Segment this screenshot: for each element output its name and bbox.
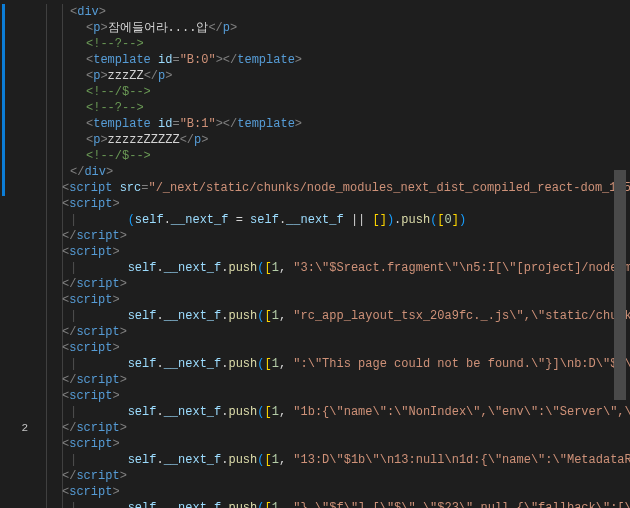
code-line[interactable]: | self.__next_f.push([1, "1b:{\"name\":\… <box>46 404 630 420</box>
code-line[interactable]: </div> <box>46 164 630 180</box>
code-line[interactable]: <script> <box>46 244 630 260</box>
code-line[interactable]: </script> <box>46 276 630 292</box>
code-line[interactable]: | (self.__next_f = self.__next_f || []).… <box>46 212 630 228</box>
line-number <box>0 308 42 324</box>
line-number <box>0 484 42 500</box>
code-line[interactable]: <script> <box>46 292 630 308</box>
line-number <box>0 196 42 212</box>
line-number-gutter: 2 <box>0 0 42 508</box>
code-line[interactable]: | self.__next_f.push([1, "13:D\"$1b\"\n1… <box>46 452 630 468</box>
code-line[interactable]: <!--?--> <box>46 36 630 52</box>
code-line[interactable]: <div> <box>46 4 630 20</box>
line-number <box>0 356 42 372</box>
code-line[interactable]: | self.__next_f.push([1, "rc_app_layout_… <box>46 308 630 324</box>
line-number <box>0 452 42 468</box>
code-line[interactable]: | self.__next_f.push([1, "3:\"$Sreact.fr… <box>46 260 630 276</box>
line-number-current: 2 <box>0 420 42 436</box>
line-number <box>0 324 42 340</box>
line-number <box>0 20 42 36</box>
code-content[interactable]: <div> <p>잠에들어라....압</p> <!--?--> <templa… <box>42 0 630 508</box>
line-number <box>0 116 42 132</box>
code-line[interactable]: <script> <box>46 484 630 500</box>
line-number <box>0 164 42 180</box>
code-line[interactable]: <p>zzzZZ</p> <box>46 68 630 84</box>
line-number <box>0 36 42 52</box>
code-line[interactable]: <template id="B:1"></template> <box>46 116 630 132</box>
line-number <box>0 388 42 404</box>
line-number <box>0 68 42 84</box>
code-line[interactable]: <p>zzzzzZZZZZ</p> <box>46 132 630 148</box>
line-number <box>0 100 42 116</box>
line-number <box>0 4 42 20</box>
code-line[interactable]: <p>잠에들어라....압</p> <box>46 20 630 36</box>
code-line[interactable]: <script> <box>46 388 630 404</box>
vertical-scrollbar[interactable] <box>614 170 626 400</box>
code-line[interactable]: </script> <box>46 228 630 244</box>
line-number <box>0 148 42 164</box>
code-line[interactable]: </script> <box>46 372 630 388</box>
line-number <box>0 212 42 228</box>
line-number <box>0 260 42 276</box>
line-number <box>0 180 42 196</box>
line-number <box>0 292 42 308</box>
code-editor[interactable]: 2 <div> <p>잠에들어라....압</p> <!--?--> <temp… <box>0 0 630 508</box>
line-number <box>0 500 42 508</box>
line-number <box>0 132 42 148</box>
code-line[interactable]: </script> <box>46 468 630 484</box>
line-number <box>0 468 42 484</box>
line-number <box>0 340 42 356</box>
line-number <box>0 276 42 292</box>
code-line[interactable]: <!--?--> <box>46 100 630 116</box>
line-number <box>0 436 42 452</box>
code-line[interactable]: <!--/$--> <box>46 148 630 164</box>
code-line[interactable]: </script> <box>46 324 630 340</box>
code-line[interactable]: <script> <box>46 340 630 356</box>
code-line[interactable]: | self.__next_f.push([1, "},\"$f\"],[\"$… <box>46 500 630 508</box>
line-number <box>0 244 42 260</box>
code-line[interactable]: <!--/$--> <box>46 84 630 100</box>
code-line[interactable]: </script> <box>46 420 630 436</box>
line-number <box>0 372 42 388</box>
line-number <box>0 52 42 68</box>
code-line[interactable]: <script> <box>46 196 630 212</box>
line-number <box>0 84 42 100</box>
code-line[interactable]: <script src="/_next/static/chunks/node_m… <box>46 180 630 196</box>
line-number <box>0 228 42 244</box>
code-line[interactable]: <template id="B:0"></template> <box>46 52 630 68</box>
code-line[interactable]: <script> <box>46 436 630 452</box>
line-number <box>0 404 42 420</box>
code-line[interactable]: | self.__next_f.push([1, ":\"This page c… <box>46 356 630 372</box>
